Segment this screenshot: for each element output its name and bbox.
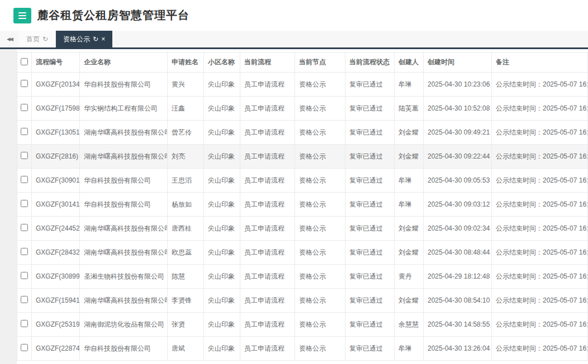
cell-applicant: 曾艺伶 — [168, 121, 204, 145]
cell-process: 员工申请流程 — [240, 241, 295, 265]
cell-status: 复审已通过 — [345, 73, 395, 97]
cell-community: 尖山印象 — [204, 145, 240, 169]
cell-company: 湖南华曙高科技股份有限公司 — [80, 121, 168, 145]
table-body: GXGZF(20134) 华自科技股份有限公司 黄兴 尖山印象 员工申请流程 资… — [17, 73, 588, 361]
cell-remark: 公示结束时间：2025-05-07 16:37:19 — [492, 337, 588, 361]
cell-node: 资格公示 — [295, 193, 345, 217]
col-header-code: 流程编号 — [32, 52, 80, 73]
cell-status: 复审已通过 — [345, 241, 395, 265]
row-checkbox-cell — [17, 289, 32, 313]
cell-remark: 公示结束时间：2025-05-07 16:38:45 — [492, 73, 588, 97]
cell-company: 华自科技股份有限公司 — [80, 169, 168, 193]
cell-node: 资格公示 — [295, 73, 345, 97]
row-checkbox[interactable] — [21, 320, 28, 327]
cell-code: GXGZF(30901) — [32, 169, 80, 193]
cell-created-at: 2025-04-29 18:12:48 — [424, 265, 492, 289]
cell-company: 华自科技股份有限公司 — [80, 193, 168, 217]
select-all-cell — [17, 52, 32, 73]
backward-icon: ◀◀ — [7, 36, 12, 42]
cell-creator: 刘金耀 — [395, 121, 424, 145]
cell-company: 圣湘生物科技股份有限公司 — [80, 265, 168, 289]
cell-created-at: 2025-04-30 09:49:21 — [424, 121, 492, 145]
cell-creator: 牟琳 — [395, 169, 424, 193]
cell-community: 尖山印象 — [204, 337, 240, 361]
close-icon[interactable]: × — [101, 36, 105, 42]
tab-home-label: 首页 — [26, 35, 40, 44]
cell-process: 员工申请流程 — [240, 289, 295, 313]
cell-community: 尖山印象 — [204, 169, 240, 193]
cell-node: 资格公示 — [295, 265, 345, 289]
cell-code: GXGZF(30141) — [32, 193, 80, 217]
row-checkbox[interactable] — [21, 344, 28, 351]
cell-community: 尖山印象 — [204, 73, 240, 97]
cell-applicant: 刘亮 — [168, 145, 204, 169]
cell-status: 复审已通过 — [345, 169, 395, 193]
table-row[interactable]: GXGZF(17598) 华实钢结构工程有限公司 汪鑫 尖山印象 员工申请流程 … — [17, 97, 588, 121]
table-row[interactable]: GXGZF(22874) 华自科技股份有限公司 唐斌 尖山印象 员工申请流程 资… — [17, 337, 588, 361]
table-row[interactable]: GXGZF(30901) 华自科技股份有限公司 王思滔 尖山印象 员工申请流程 … — [17, 169, 588, 193]
page-title: 麓谷租赁公租房智慧管理平台 — [37, 8, 189, 23]
cell-community: 尖山印象 — [204, 121, 240, 145]
refresh-icon[interactable]: ↻ — [42, 36, 48, 42]
cell-code: GXGZF(20134) — [32, 73, 80, 97]
col-header-creator: 创建人 — [395, 52, 424, 73]
row-checkbox-cell — [17, 337, 32, 361]
table-row[interactable]: GXGZF(30899) 圣湘生物科技股份有限公司 陈慧 尖山印象 员工申请流程… — [17, 265, 588, 289]
row-checkbox[interactable] — [21, 200, 28, 207]
cell-code: GXGZF(22874) — [32, 337, 80, 361]
row-checkbox[interactable] — [21, 272, 28, 279]
tab-home[interactable]: 首页 ↻ — [19, 31, 56, 47]
sidebar-toggle-button[interactable] — [13, 8, 31, 23]
refresh-icon[interactable]: ↻ — [93, 36, 98, 42]
row-checkbox[interactable] — [21, 152, 28, 159]
table-row[interactable]: GXGZF(2816) 湖南华曙高科技股份有限公司 刘亮 尖山印象 员工申请流程… — [17, 145, 588, 169]
cell-node: 资格公示 — [295, 313, 345, 337]
table-row[interactable]: GXGZF(28432) 湖南华曙高科技股份有限公司 欧思蕊 尖山印象 员工申请… — [17, 241, 588, 265]
select-all-checkbox[interactable] — [21, 58, 28, 65]
cell-applicant: 汪鑫 — [168, 97, 204, 121]
row-checkbox[interactable] — [21, 296, 28, 303]
tab-bar: ◀◀ 首页 ↻ 资格公示 ↻ × — [0, 31, 588, 49]
hamburger-icon — [18, 12, 26, 13]
cell-process: 员工申请流程 — [240, 193, 295, 217]
app-header: 麓谷租赁公租房智慧管理平台 — [0, 0, 588, 31]
table-row[interactable]: GXGZF(15941) 湖南华曙高科技股份有限公司 李贤锋 尖山印象 员工申请… — [17, 289, 588, 313]
cell-company: 湖南华曙高科技股份有限公司 — [80, 241, 168, 265]
tabs-collapse-button[interactable]: ◀◀ — [0, 31, 19, 47]
cell-code: GXGZF(25319) — [32, 313, 80, 337]
cell-company: 湖南华曙高科技股份有限公司 — [80, 289, 168, 313]
row-checkbox[interactable] — [21, 80, 28, 87]
row-checkbox-cell — [17, 265, 32, 289]
cell-created-at: 2025-04-30 08:48:44 — [424, 241, 492, 265]
row-checkbox-cell — [17, 169, 32, 193]
cell-status: 复审已通过 — [345, 289, 395, 313]
cell-process: 员工申请流程 — [240, 217, 295, 241]
cell-status: 复审已通过 — [345, 97, 395, 121]
cell-company: 湖南御泥坊化妆品有限公司 — [80, 313, 168, 337]
row-checkbox[interactable] — [21, 104, 28, 111]
cell-company: 湖南华曙高科技股份有限公司 — [80, 217, 168, 241]
cell-node: 资格公示 — [295, 145, 345, 169]
cell-created-at: 2025-04-30 09:05:53 — [424, 169, 492, 193]
table-row[interactable]: GXGZF(30141) 华自科技股份有限公司 杨放如 尖山印象 员工申请流程 … — [17, 193, 588, 217]
col-header-node: 当前节点 — [295, 52, 345, 73]
collapsed-sidebar-gutter — [0, 49, 17, 364]
row-checkbox[interactable] — [21, 248, 28, 255]
table-row[interactable]: GXGZF(24452) 湖南华曙高科技股份有限公司 唐西桂 尖山印象 员工申请… — [17, 217, 588, 241]
tab-qualification-publicity[interactable]: 资格公示 ↻ × — [56, 31, 112, 47]
row-checkbox[interactable] — [21, 128, 28, 135]
cell-remark: 公示结束时间：2025-05-07 16:38:07 — [492, 193, 588, 217]
cell-code: GXGZF(30899) — [32, 265, 80, 289]
cell-process: 员工申请流程 — [240, 265, 295, 289]
cell-node: 资格公示 — [295, 289, 345, 313]
cell-remark: 公示结束时间：2025-05-07 16:38:15 — [492, 169, 588, 193]
table-row[interactable]: GXGZF(20134) 华自科技股份有限公司 黄兴 尖山印象 员工申请流程 资… — [17, 73, 588, 97]
cell-applicant: 陈慧 — [168, 265, 204, 289]
row-checkbox[interactable] — [21, 176, 28, 183]
table-row[interactable]: GXGZF(13051) 湖南华曙高科技股份有限公司 曾艺伶 尖山印象 员工申请… — [17, 121, 588, 145]
row-checkbox[interactable] — [21, 224, 28, 231]
cell-company: 华实钢结构工程有限公司 — [80, 97, 168, 121]
table-row[interactable]: GXGZF(25319) 湖南御泥坊化妆品有限公司 张贤 尖山印象 员工申请流程… — [17, 313, 588, 337]
cell-applicant: 唐西桂 — [168, 217, 204, 241]
row-checkbox-cell — [17, 121, 32, 145]
